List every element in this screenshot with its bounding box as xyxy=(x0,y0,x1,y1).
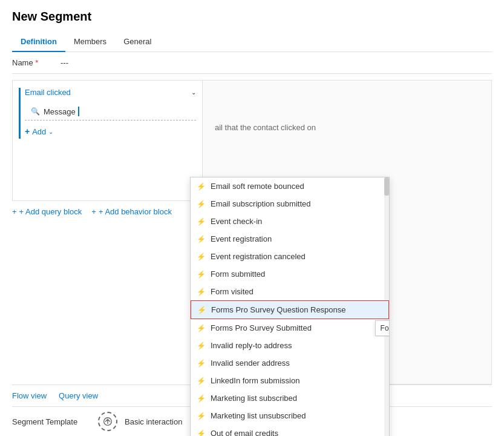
content-area: Email clicked ⌄ 🔍 Message + Add ⌄ xyxy=(0,80,504,385)
lightning-icon: ⚡ xyxy=(197,182,206,191)
tab-general[interactable]: General xyxy=(115,32,160,52)
dropdown-item-label: Event check-in xyxy=(211,217,262,226)
add-query-block-button[interactable]: + Add query block xyxy=(12,207,82,216)
right-panel-text: ail that the contact clicked on xyxy=(209,87,485,132)
lightning-icon: ⚡ xyxy=(197,217,206,226)
page-container: New Segment Definition Members General N… xyxy=(0,0,504,436)
segment-block: Email clicked ⌄ 🔍 Message + Add ⌄ xyxy=(12,80,203,201)
dropdown-item-label: Forms Pro Survey Question Response xyxy=(211,305,346,314)
search-icon: 🔍 xyxy=(31,107,40,116)
dropdown-item-invalid-reply-to-address[interactable]: ⚡Invalid reply-to address xyxy=(191,337,389,354)
dropdown-item-label: Email soft remote bounced xyxy=(211,182,304,191)
name-row: Name * --- xyxy=(12,52,492,74)
lightning-icon: ⚡ xyxy=(197,412,206,420)
add-label: Add xyxy=(32,127,46,136)
dropdown-item-event-registration[interactable]: ⚡Event registration xyxy=(191,230,389,248)
tab-members[interactable]: Members xyxy=(65,32,115,52)
dropdown-item-email-soft-remote-bounced[interactable]: ⚡Email soft remote bounced xyxy=(191,177,389,195)
dropdown-item-linkedin-form-submission[interactable]: ⚡LinkedIn form submission xyxy=(191,372,389,389)
dropdown-item-marketing-list-subscribed[interactable]: ⚡Marketing list subscribed xyxy=(191,389,389,407)
email-clicked-label: Email clicked xyxy=(25,88,71,97)
dropdown-item-label: Marketing list unsubscribed xyxy=(211,411,306,420)
dropdown-item-event-check-in[interactable]: ⚡Event check-in xyxy=(191,213,389,230)
segment-template-label: Segment Template xyxy=(12,417,91,426)
lightning-icon: ⚡ xyxy=(197,342,206,350)
page-title: New Segment xyxy=(12,10,492,24)
message-row: 🔍 Message xyxy=(25,103,196,121)
dropdown-item-label: Form visited xyxy=(211,287,254,296)
dropdown-item-email-subscription-submitted[interactable]: ⚡Email subscription submitted xyxy=(191,195,389,213)
lightning-icon: ⚡ xyxy=(197,235,206,243)
dropdown-item-out-of-email-credits[interactable]: ⚡Out of email credits xyxy=(191,424,389,436)
template-name: Basic interaction xyxy=(125,417,182,426)
lightning-icon: ⚡ xyxy=(197,200,206,208)
lightning-icon: ⚡ xyxy=(197,377,206,385)
name-value[interactable]: --- xyxy=(61,58,68,67)
dropdown-item-label: Out of email credits xyxy=(211,429,278,436)
add-behavior-block-button[interactable]: + Add behavior block xyxy=(91,207,172,216)
dropdown-item-marketing-list-unsubscribed[interactable]: ⚡Marketing list unsubscribed xyxy=(191,407,389,424)
lightning-icon: ⚡ xyxy=(197,359,206,368)
tooltip-bubble: Forms Pro Survey Question Response xyxy=(375,320,389,336)
dropdown-menu: ⚡Email soft remote bounced⚡Email subscri… xyxy=(190,177,390,436)
dropdown-item-forms-pro-survey-submitted[interactable]: ⚡Forms Pro Survey SubmittedForms Pro Sur… xyxy=(191,319,389,337)
dropdown-item-forms-pro-survey-question-response[interactable]: ⚡Forms Pro Survey Question Response xyxy=(191,300,389,319)
dropdown-item-form-visited[interactable]: ⚡Form visited xyxy=(191,283,389,300)
segment-area: Email clicked ⌄ 🔍 Message + Add ⌄ xyxy=(12,80,203,385)
lightning-icon: ⚡ xyxy=(197,324,206,332)
add-button[interactable]: + Add ⌄ xyxy=(25,124,196,139)
dropdown-item-invalid-sender-address[interactable]: ⚡Invalid sender address xyxy=(191,354,389,372)
flow-view-link[interactable]: Flow view xyxy=(12,391,47,400)
template-icon xyxy=(98,412,117,431)
dropdown-items-container: ⚡Email soft remote bounced⚡Email subscri… xyxy=(191,177,389,436)
dropdown-item-form-submitted[interactable]: ⚡Form submitted xyxy=(191,265,389,283)
lightning-icon: ⚡ xyxy=(197,429,206,437)
email-clicked-container: Email clicked ⌄ 🔍 Message + Add ⌄ xyxy=(19,88,196,139)
dropdown-item-event-registration-canceled[interactable]: ⚡Event registration canceled xyxy=(191,248,389,265)
message-label: Message xyxy=(44,107,76,116)
tabs-bar: Definition Members General xyxy=(12,32,492,52)
tab-definition[interactable]: Definition xyxy=(12,32,65,52)
bottom-actions-bar: + Add query block + Add behavior block xyxy=(12,207,203,216)
blue-indicator-bar xyxy=(19,88,21,139)
dropdown-item-label: Invalid reply-to address xyxy=(211,341,292,350)
dropdown-item-label: Event registration canceled xyxy=(211,252,306,261)
dropdown-item-label: Forms Pro Survey Submitted xyxy=(211,323,312,332)
add-icon: + xyxy=(25,127,30,136)
lightning-icon: ⚡ xyxy=(197,394,206,403)
email-clicked-header[interactable]: Email clicked ⌄ xyxy=(25,88,196,97)
chevron-down-icon[interactable]: ⌄ xyxy=(191,89,196,96)
dropdown-item-label: Invalid sender address xyxy=(211,358,290,368)
text-cursor xyxy=(78,107,79,116)
lightning-icon: ⚡ xyxy=(197,253,206,261)
dropdown-item-label: Event registration xyxy=(211,234,272,243)
dropdown-item-label: Email subscription submitted xyxy=(211,199,310,208)
add-dropdown-icon: ⌄ xyxy=(48,128,53,135)
dropdown-item-label: LinkedIn form submission xyxy=(211,376,299,385)
lightning-icon: ⚡ xyxy=(197,306,206,314)
dropdown-item-label: Form submitted xyxy=(211,269,265,279)
name-label: Name * xyxy=(12,58,61,67)
query-view-link[interactable]: Query view xyxy=(59,391,98,400)
lightning-icon: ⚡ xyxy=(197,288,206,296)
required-indicator: * xyxy=(35,58,38,67)
dropdown-item-label: Marketing list subscribed xyxy=(211,394,297,403)
lightning-icon: ⚡ xyxy=(197,270,206,279)
